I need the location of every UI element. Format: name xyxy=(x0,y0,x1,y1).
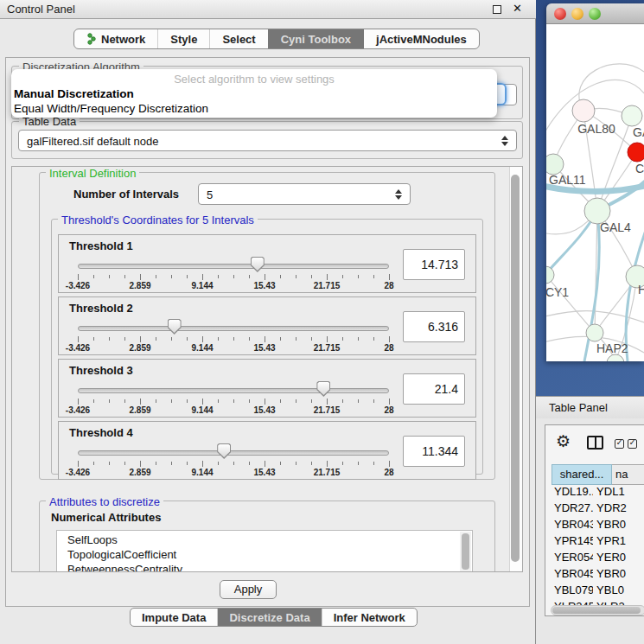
tab-style[interactable]: Style xyxy=(157,29,209,48)
tab-impute-data[interactable]: Impute Data xyxy=(131,609,217,626)
slider-tick-label: 21.715 xyxy=(301,281,353,290)
tab-discretize-data[interactable]: Discretize Data xyxy=(217,609,321,626)
table-cell[interactable]: YDL1 xyxy=(593,485,644,501)
table-cell[interactable]: YBL079W xyxy=(552,583,593,600)
network-node-label: H xyxy=(638,283,644,296)
slider-track[interactable] xyxy=(78,326,389,331)
table-cell[interactable]: YBR043C xyxy=(552,518,593,534)
network-canvas[interactable]: GAL80GACGAL11GAL4GCY1HHAP2 xyxy=(546,24,644,361)
top-tab-bar: Network Style Select Cyni Toolbox jActiv… xyxy=(73,29,480,49)
slider-tick xyxy=(389,274,390,280)
table-cell[interactable]: YER054C xyxy=(552,551,593,567)
network-node-label: GAL80 xyxy=(577,122,615,136)
table-cell[interactable]: YBR0 xyxy=(593,567,644,583)
slider-tick xyxy=(140,399,141,405)
list-scrollbar[interactable] xyxy=(460,532,471,572)
table-cell[interactable]: YER0 xyxy=(593,551,644,567)
table-cell[interactable]: YBR045C xyxy=(552,567,593,583)
table-data-selected: galFiltered.sif default node xyxy=(27,134,158,147)
table-cell[interactable]: YBL0 xyxy=(593,583,644,600)
table-cell[interactable]: YDR27... xyxy=(552,501,593,518)
network-node[interactable] xyxy=(546,154,564,175)
tab-cyni-toolbox[interactable]: Cyni Toolbox xyxy=(268,29,363,48)
attribute-list-item[interactable]: SelfLoops xyxy=(57,532,472,547)
network-node[interactable] xyxy=(572,99,595,122)
table-row[interactable]: YER054CYER0 xyxy=(552,551,644,567)
slider-tick xyxy=(171,337,172,341)
checkbox-icon[interactable] xyxy=(615,439,624,449)
network-window-titlebar[interactable] xyxy=(546,3,644,24)
settings-scrollbar[interactable] xyxy=(509,167,522,571)
table-hscrollbar-thumb[interactable] xyxy=(552,607,641,614)
slider-tick xyxy=(140,274,141,280)
table-row[interactable]: YPR145WYPR1 xyxy=(552,534,644,551)
slider-tick xyxy=(233,275,234,278)
split-column-icon[interactable] xyxy=(587,436,603,450)
close-traffic-icon[interactable] xyxy=(554,8,566,20)
gear-icon[interactable]: ⚙ xyxy=(556,431,571,450)
table-cell[interactable]: YPR1 xyxy=(593,534,644,551)
table-row[interactable]: YBL079WYBL0 xyxy=(552,583,644,600)
tab-select[interactable]: Select xyxy=(209,29,267,48)
table-cell[interactable]: YDR2 xyxy=(593,501,644,518)
dropdown-option-manual[interactable]: Manual Discretization xyxy=(14,87,134,100)
checkbox-icon[interactable] xyxy=(628,439,637,449)
tab-infer-network[interactable]: Infer Network xyxy=(322,609,417,626)
attribute-list-item[interactable]: TopologicalCoefficient xyxy=(57,547,472,562)
apply-button[interactable]: Apply xyxy=(220,580,277,599)
settings-scrollbar-thumb[interactable] xyxy=(511,175,520,562)
slider-thumb[interactable] xyxy=(168,319,182,335)
slider-tick xyxy=(124,275,125,278)
slider-track[interactable] xyxy=(78,450,389,456)
threshold-value-field[interactable]: 6.316 xyxy=(403,311,465,342)
tab-network[interactable]: Network xyxy=(74,29,157,48)
table-column-header[interactable]: shared... xyxy=(552,464,612,485)
threshold-value-field[interactable]: 11.344 xyxy=(403,436,465,467)
network-node[interactable] xyxy=(622,105,642,126)
slider-track[interactable] xyxy=(78,388,389,393)
slider-thumb[interactable] xyxy=(217,443,231,459)
table-panel-body: ⚙ shared...na YDL19...YDL1YDR27...YDR2YB… xyxy=(536,418,644,644)
slider-tick xyxy=(265,274,265,280)
network-node[interactable] xyxy=(607,354,624,361)
table-cell[interactable]: YPR145W xyxy=(552,534,593,551)
minimize-traffic-icon[interactable] xyxy=(571,8,583,20)
slider-thumb[interactable] xyxy=(251,257,265,272)
table-row[interactable]: YDL19...YDL1 xyxy=(552,485,644,501)
threshold-value-field[interactable]: 21.4 xyxy=(403,373,465,405)
close-icon[interactable]: ✕ xyxy=(513,2,522,15)
settings-scroll-viewport: Interval Definition Number of Intervals … xyxy=(11,166,523,572)
table-column-header[interactable]: na xyxy=(612,464,644,485)
slider-thumb[interactable] xyxy=(316,381,330,397)
slider-tick xyxy=(342,462,343,465)
table-row[interactable]: YBR043CYBR0 xyxy=(552,518,644,534)
slider-tick-label: 21.715 xyxy=(301,343,353,353)
numerical-attributes-list[interactable]: SelfLoopsTopologicalCoefficientBetweenne… xyxy=(56,530,473,572)
slider-track[interactable] xyxy=(78,264,389,269)
threshold-value-field[interactable]: 14.713 xyxy=(403,249,465,280)
attribute-list-item[interactable]: BetweennessCentrality xyxy=(57,562,472,572)
table-cell[interactable]: YDL19... xyxy=(552,485,593,501)
slider-tick xyxy=(156,337,156,341)
float-window-icon[interactable] xyxy=(493,5,501,14)
table-data-combobox[interactable]: galFiltered.sif default node xyxy=(18,130,517,151)
list-scrollbar-thumb[interactable] xyxy=(462,533,469,570)
network-node[interactable] xyxy=(628,143,644,162)
network-node[interactable] xyxy=(546,266,554,284)
threshold-label: Threshold 3 xyxy=(69,364,133,377)
network-node[interactable] xyxy=(586,324,603,341)
slider-tick-label: 28 xyxy=(363,468,415,477)
table-row[interactable]: YBR045CYBR0 xyxy=(552,567,644,583)
dropdown-option-equal-width[interactable]: Equal Width/Frequency Discretization xyxy=(14,102,208,115)
zoom-traffic-icon[interactable] xyxy=(589,8,601,20)
slider-tick-label: 21.715 xyxy=(301,405,353,415)
table-row[interactable]: YDR27...YDR2 xyxy=(552,501,644,518)
table-horizontal-scrollbar[interactable] xyxy=(551,605,644,615)
slider-tick xyxy=(265,399,265,405)
table-cell[interactable]: YBR0 xyxy=(593,518,644,534)
slider-tick-label: 9.144 xyxy=(176,468,228,477)
num-intervals-combobox[interactable]: 5 xyxy=(198,183,411,205)
slider-tick xyxy=(187,337,188,341)
tab-jactivemnodules[interactable]: jActiveMNodules xyxy=(363,29,479,48)
slider-tick xyxy=(202,399,203,405)
